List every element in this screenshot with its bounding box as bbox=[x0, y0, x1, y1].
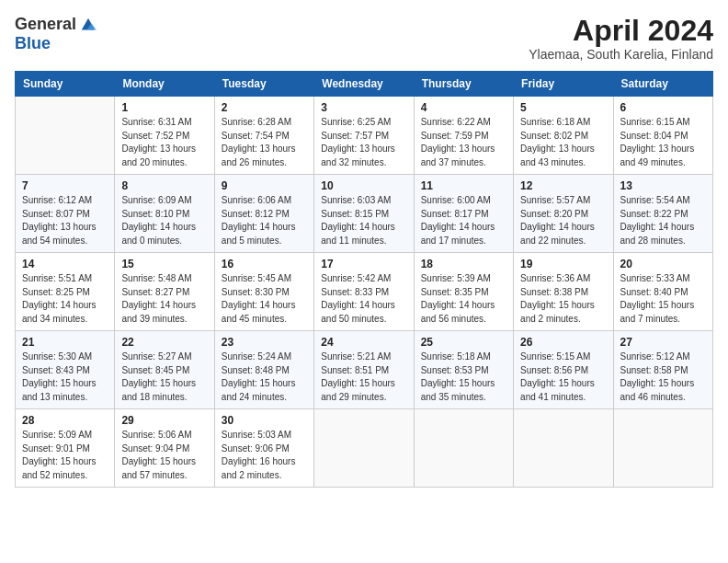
calendar-cell: 20Sunrise: 5:33 AMSunset: 8:40 PMDayligh… bbox=[613, 253, 712, 331]
calendar-cell: 9Sunrise: 6:06 AMSunset: 8:12 PMDaylight… bbox=[214, 175, 313, 253]
calendar-cell bbox=[414, 409, 513, 488]
page-header: General Blue April 2024 Ylaemaa, South K… bbox=[15, 15, 713, 62]
day-header-sunday: Sunday bbox=[16, 72, 115, 97]
calendar-cell: 8Sunrise: 6:09 AMSunset: 8:10 PMDaylight… bbox=[115, 175, 214, 253]
calendar-cell: 7Sunrise: 6:12 AMSunset: 8:07 PMDaylight… bbox=[16, 175, 115, 253]
day-info: Sunrise: 6:12 AMSunset: 8:07 PMDaylight:… bbox=[22, 194, 108, 247]
day-header-saturday: Saturday bbox=[613, 72, 712, 97]
day-info: Sunrise: 5:42 AMSunset: 8:33 PMDaylight:… bbox=[321, 272, 406, 326]
calendar-cell: 13Sunrise: 5:54 AMSunset: 8:22 PMDayligh… bbox=[613, 175, 712, 253]
day-number: 28 bbox=[22, 414, 108, 427]
day-number: 1 bbox=[121, 101, 207, 114]
day-info: Sunrise: 6:06 AMSunset: 8:12 PMDaylight:… bbox=[222, 194, 307, 247]
day-info: Sunrise: 5:36 AMSunset: 8:38 PMDaylight:… bbox=[520, 272, 606, 326]
calendar-cell: 19Sunrise: 5:36 AMSunset: 8:38 PMDayligh… bbox=[514, 253, 613, 331]
day-info: Sunrise: 5:54 AMSunset: 8:22 PMDaylight:… bbox=[620, 194, 706, 247]
day-number: 19 bbox=[520, 258, 606, 270]
day-number: 6 bbox=[620, 101, 706, 114]
title-area: April 2024 Ylaemaa, South Karelia, Finla… bbox=[529, 15, 713, 62]
calendar-cell: 4Sunrise: 6:22 AMSunset: 7:59 PMDaylight… bbox=[414, 97, 513, 175]
calendar-cell: 14Sunrise: 5:51 AMSunset: 8:25 PMDayligh… bbox=[16, 253, 115, 331]
day-info: Sunrise: 6:00 AMSunset: 8:17 PMDaylight:… bbox=[421, 194, 506, 247]
day-info: Sunrise: 5:27 AMSunset: 8:45 PMDaylight:… bbox=[121, 350, 207, 404]
day-info: Sunrise: 5:39 AMSunset: 8:35 PMDaylight:… bbox=[421, 272, 506, 326]
day-number: 4 bbox=[421, 101, 506, 114]
day-info: Sunrise: 5:51 AMSunset: 8:25 PMDaylight:… bbox=[22, 272, 108, 326]
month-title: April 2024 bbox=[529, 15, 713, 47]
calendar-cell: 12Sunrise: 5:57 AMSunset: 8:20 PMDayligh… bbox=[514, 175, 613, 253]
day-info: Sunrise: 5:21 AMSunset: 8:51 PMDaylight:… bbox=[321, 350, 406, 404]
day-number: 11 bbox=[421, 179, 506, 192]
calendar-cell: 26Sunrise: 5:15 AMSunset: 8:56 PMDayligh… bbox=[514, 331, 613, 409]
calendar-week-row: 7Sunrise: 6:12 AMSunset: 8:07 PMDaylight… bbox=[16, 175, 713, 253]
calendar-cell: 11Sunrise: 6:00 AMSunset: 8:17 PMDayligh… bbox=[414, 175, 513, 253]
calendar-cell bbox=[314, 409, 414, 488]
day-number: 3 bbox=[321, 101, 406, 114]
calendar-week-row: 21Sunrise: 5:30 AMSunset: 8:43 PMDayligh… bbox=[16, 331, 713, 409]
day-info: Sunrise: 5:09 AMSunset: 9:01 PMDaylight:… bbox=[22, 429, 108, 482]
day-number: 8 bbox=[121, 179, 207, 192]
day-number: 5 bbox=[520, 101, 606, 114]
day-info: Sunrise: 6:25 AMSunset: 7:57 PMDaylight:… bbox=[321, 116, 406, 169]
day-number: 30 bbox=[222, 414, 307, 427]
logo: General Blue bbox=[15, 15, 97, 53]
calendar-cell: 5Sunrise: 6:18 AMSunset: 8:02 PMDaylight… bbox=[514, 97, 613, 175]
day-info: Sunrise: 5:45 AMSunset: 8:30 PMDaylight:… bbox=[222, 272, 307, 326]
calendar-cell bbox=[16, 97, 115, 175]
calendar-week-row: 1Sunrise: 6:31 AMSunset: 7:52 PMDaylight… bbox=[16, 97, 713, 175]
day-info: Sunrise: 5:24 AMSunset: 8:48 PMDaylight:… bbox=[222, 350, 307, 404]
calendar-week-row: 14Sunrise: 5:51 AMSunset: 8:25 PMDayligh… bbox=[16, 253, 713, 331]
logo-blue-text: Blue bbox=[15, 34, 51, 53]
location-subtitle: Ylaemaa, South Karelia, Finland bbox=[529, 47, 713, 62]
calendar-cell: 15Sunrise: 5:48 AMSunset: 8:27 PMDayligh… bbox=[115, 253, 214, 331]
calendar-cell: 28Sunrise: 5:09 AMSunset: 9:01 PMDayligh… bbox=[16, 409, 115, 488]
calendar-cell: 23Sunrise: 5:24 AMSunset: 8:48 PMDayligh… bbox=[214, 331, 313, 409]
day-number: 25 bbox=[421, 336, 506, 349]
day-number: 29 bbox=[121, 414, 207, 427]
day-header-friday: Friday bbox=[514, 72, 613, 97]
calendar-cell: 18Sunrise: 5:39 AMSunset: 8:35 PMDayligh… bbox=[414, 253, 513, 331]
day-info: Sunrise: 6:22 AMSunset: 7:59 PMDaylight:… bbox=[421, 116, 506, 169]
calendar-cell: 30Sunrise: 5:03 AMSunset: 9:06 PMDayligh… bbox=[214, 409, 313, 488]
calendar-cell: 17Sunrise: 5:42 AMSunset: 8:33 PMDayligh… bbox=[314, 253, 414, 331]
calendar-cell: 16Sunrise: 5:45 AMSunset: 8:30 PMDayligh… bbox=[214, 253, 313, 331]
day-number: 15 bbox=[121, 258, 207, 270]
day-info: Sunrise: 5:57 AMSunset: 8:20 PMDaylight:… bbox=[520, 194, 606, 247]
day-info: Sunrise: 5:06 AMSunset: 9:04 PMDaylight:… bbox=[121, 429, 207, 482]
day-info: Sunrise: 6:15 AMSunset: 8:04 PMDaylight:… bbox=[620, 116, 706, 169]
calendar-header-row: SundayMondayTuesdayWednesdayThursdayFrid… bbox=[16, 72, 713, 97]
day-info: Sunrise: 5:30 AMSunset: 8:43 PMDaylight:… bbox=[22, 350, 108, 404]
calendar-cell: 2Sunrise: 6:28 AMSunset: 7:54 PMDaylight… bbox=[214, 97, 313, 175]
day-number: 22 bbox=[121, 336, 207, 349]
day-number: 9 bbox=[222, 179, 307, 192]
day-number: 16 bbox=[222, 258, 307, 270]
day-info: Sunrise: 6:31 AMSunset: 7:52 PMDaylight:… bbox=[121, 116, 207, 169]
day-header-thursday: Thursday bbox=[414, 72, 513, 97]
calendar-cell: 6Sunrise: 6:15 AMSunset: 8:04 PMDaylight… bbox=[613, 97, 712, 175]
day-number: 23 bbox=[222, 336, 307, 349]
day-number: 18 bbox=[421, 258, 506, 270]
day-number: 12 bbox=[520, 179, 606, 192]
calendar-cell bbox=[514, 409, 613, 488]
calendar-table: SundayMondayTuesdayWednesdayThursdayFrid… bbox=[15, 71, 713, 488]
calendar-cell: 3Sunrise: 6:25 AMSunset: 7:57 PMDaylight… bbox=[314, 97, 414, 175]
day-number: 13 bbox=[620, 179, 706, 192]
day-info: Sunrise: 5:12 AMSunset: 8:58 PMDaylight:… bbox=[620, 350, 706, 404]
day-info: Sunrise: 5:48 AMSunset: 8:27 PMDaylight:… bbox=[121, 272, 207, 326]
day-number: 17 bbox=[321, 258, 406, 270]
day-number: 10 bbox=[321, 179, 406, 192]
calendar-cell bbox=[613, 409, 712, 488]
calendar-cell: 24Sunrise: 5:21 AMSunset: 8:51 PMDayligh… bbox=[314, 331, 414, 409]
logo-icon bbox=[80, 17, 97, 33]
day-number: 20 bbox=[620, 258, 706, 270]
day-info: Sunrise: 6:18 AMSunset: 8:02 PMDaylight:… bbox=[520, 116, 606, 169]
day-info: Sunrise: 6:09 AMSunset: 8:10 PMDaylight:… bbox=[121, 194, 207, 247]
day-number: 27 bbox=[620, 336, 706, 349]
day-header-tuesday: Tuesday bbox=[214, 72, 313, 97]
day-number: 26 bbox=[520, 336, 606, 349]
calendar-cell: 10Sunrise: 6:03 AMSunset: 8:15 PMDayligh… bbox=[314, 175, 414, 253]
day-info: Sunrise: 5:18 AMSunset: 8:53 PMDaylight:… bbox=[421, 350, 506, 404]
day-header-monday: Monday bbox=[115, 72, 214, 97]
calendar-cell: 1Sunrise: 6:31 AMSunset: 7:52 PMDaylight… bbox=[115, 97, 214, 175]
day-info: Sunrise: 6:28 AMSunset: 7:54 PMDaylight:… bbox=[222, 116, 307, 169]
